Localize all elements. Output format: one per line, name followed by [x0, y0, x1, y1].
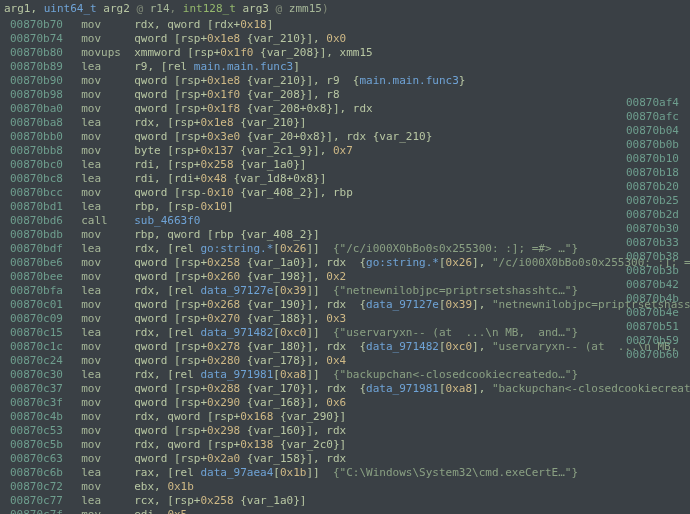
minimap-address[interactable]: 00870af4 [626, 96, 686, 110]
minimap-address[interactable]: 00870b4e [626, 306, 686, 320]
operand-dataref[interactable]: data_97aea4 [200, 466, 273, 479]
operand-text: ], [472, 382, 492, 395]
disasm-line[interactable]: 00870b80 movups xmmword [rsp+0x1f0 {var_… [6, 46, 690, 60]
operand-number: 0x1e8 [207, 74, 240, 87]
disasm-line[interactable]: 00870bb8 mov byte [rsp+0x137 {var_2c1_9}… [6, 144, 690, 158]
operand-dataref[interactable]: data_971981 [366, 382, 439, 395]
disasm-line[interactable]: 00870bc8 lea rdi, [rdi+0x48 {var_1d8+0x8… [6, 172, 690, 186]
address: 00870c1c [10, 340, 68, 354]
disasm-line[interactable]: 00870bdb mov rbp, qword [rbp {var_408_2}… [6, 228, 690, 242]
minimap-address[interactable]: 00870b30 [626, 222, 686, 236]
address: 00870b80 [10, 46, 68, 60]
disasm-line[interactable]: 00870c09 mov qword [rsp+0x270 {var_188}]… [6, 312, 690, 326]
disasm-line[interactable]: 00870b74 mov qword [rsp+0x1e8 {var_210}]… [6, 32, 690, 46]
disasm-line[interactable]: 00870bee mov qword [rsp+0x260 {var_198}]… [6, 270, 690, 284]
disasm-line[interactable]: 00870c63 mov qword [rsp+0x2a0 {var_158}]… [6, 452, 690, 466]
minimap-address[interactable]: 00870b33 [626, 236, 686, 250]
operand-subroutine[interactable]: sub_4663f0 [134, 214, 200, 227]
mnemonic: mov [81, 186, 121, 200]
operand-text: ] [227, 200, 234, 213]
sig-arg2: arg2 [103, 2, 130, 15]
operand-dataref[interactable]: data_971482 [200, 326, 273, 339]
operand-function[interactable]: main.main.func3 [194, 60, 293, 73]
minimap-address[interactable]: 00870b38 [626, 250, 686, 264]
operand-text: ]] [306, 368, 333, 381]
minimap-address[interactable]: 00870b59 [626, 334, 686, 348]
disasm-line[interactable]: 00870b89 lea r9, [rel main.main.func3] [6, 60, 690, 74]
operand-text: qword [rsp+ [134, 88, 207, 101]
disasm-line[interactable]: 00870c7f mov edi, 0x5 [6, 508, 690, 514]
disasm-line[interactable]: 00870c6b lea rax, [rel data_97aea4[0x1b]… [6, 466, 690, 480]
minimap-address[interactable]: 00870b2d [626, 208, 686, 222]
minimap-addresses[interactable]: 00870af400870afc00870b0400870b0b00870b10… [626, 96, 686, 362]
operand-function[interactable]: main.main.func3 [359, 74, 458, 87]
operand-dataref[interactable]: data_971482 [366, 340, 439, 353]
minimap-address[interactable]: 00870b51 [626, 320, 686, 334]
minimap-address[interactable]: 00870b18 [626, 166, 686, 180]
operand-number: 0x280 [207, 354, 240, 367]
disasm-line[interactable]: 00870c5b mov rdx, qword [rsp+0x138 {var_… [6, 438, 690, 452]
operand-text: rdx, [rsp+ [134, 116, 200, 129]
minimap-address[interactable]: 00870b3b [626, 264, 686, 278]
operand-dataref[interactable]: data_97127e [200, 284, 273, 297]
disasm-line[interactable]: 00870c77 lea rcx, [rsp+0x258 {var_1a0}] [6, 494, 690, 508]
minimap-address[interactable]: 00870b42 [626, 278, 686, 292]
disasm-line[interactable]: 00870c53 mov qword [rsp+0x298 {var_160}]… [6, 424, 690, 438]
mnemonic: lea [81, 200, 121, 214]
minimap-address[interactable]: 00870b10 [626, 152, 686, 166]
minimap-address[interactable]: 00870b20 [626, 180, 686, 194]
operand-dataref[interactable]: data_971981 [200, 368, 273, 381]
address: 00870c6b [10, 466, 68, 480]
operand-number: 0x3e0 [207, 130, 240, 143]
disasm-line[interactable]: 00870b98 mov qword [rsp+0x1f0 {var_208}]… [6, 88, 690, 102]
operand-text: {var_210}], [240, 32, 326, 45]
disasm-line[interactable]: 00870bb0 mov qword [rsp+0x3e0 {var_20+0x… [6, 130, 690, 144]
operand-dataref[interactable]: data_97127e [366, 298, 439, 311]
minimap-address[interactable]: 00870b25 [626, 194, 686, 208]
disasm-line[interactable]: 00870be6 mov qword [rsp+0x258 {var_1a0}]… [6, 256, 690, 270]
disasm-line[interactable]: 00870c72 mov ebx, 0x1b [6, 480, 690, 494]
disassembly-listing[interactable]: 00870b70 mov rdx, qword [rdx+0x18]00870b… [6, 18, 690, 514]
disasm-line[interactable]: 00870c15 lea rdx, [rel data_971482[0xc0]… [6, 326, 690, 340]
disasm-line[interactable]: 00870b90 mov qword [rsp+0x1e8 {var_210}]… [6, 74, 690, 88]
disasm-line[interactable]: 00870bfa lea rdx, [rel data_97127e[0x39]… [6, 284, 690, 298]
operand-number: 0x2 [326, 270, 346, 283]
disasm-line[interactable]: 00870bdf lea rdx, [rel go:string.*[0x26]… [6, 242, 690, 256]
minimap-address[interactable]: 00870b4b [626, 292, 686, 306]
operand-number: 0x278 [207, 340, 240, 353]
disasm-line[interactable]: 00870c1c mov qword [rsp+0x278 {var_180}]… [6, 340, 690, 354]
disasm-line[interactable]: 00870c37 mov qword [rsp+0x288 {var_170}]… [6, 382, 690, 396]
mnemonic: mov [81, 298, 121, 312]
disasm-line[interactable]: 00870bcc mov qword [rsp-0x10 {var_408_2}… [6, 186, 690, 200]
operand-text: {var_1a0}] [234, 158, 307, 171]
operand-text: [ [273, 242, 280, 255]
address: 00870b38 [626, 250, 679, 263]
disasm-line[interactable]: 00870c24 mov qword [rsp+0x280 {var_178}]… [6, 354, 690, 368]
disasm-line[interactable]: 00870c3f mov qword [rsp+0x290 {var_168}]… [6, 396, 690, 410]
minimap-address[interactable]: 00870b60 [626, 348, 686, 362]
address: 00870c4b [10, 410, 68, 424]
disasm-line[interactable]: 00870ba8 lea rdx, [rsp+0x1e8 {var_210}] [6, 116, 690, 130]
operand-dataref[interactable]: go:string.* [200, 242, 273, 255]
operand-number: 0x260 [207, 270, 240, 283]
disasm-line[interactable]: 00870c30 lea rdx, [rel data_971981[0xa8]… [6, 368, 690, 382]
operand-number: 0x1b [167, 480, 194, 493]
disasm-line[interactable]: 00870bd6 call sub_4663f0 [6, 214, 690, 228]
disasm-line[interactable]: 00870ba0 mov qword [rsp+0x1f8 {var_208+0… [6, 102, 690, 116]
disasm-line[interactable]: 00870bc0 lea rdi, [rsp+0x258 {var_1a0}] [6, 158, 690, 172]
mnemonic: mov [81, 18, 121, 32]
operand-number: 0x5 [167, 508, 187, 514]
operand-text: qword [rsp+ [134, 424, 207, 437]
disasm-line[interactable]: 00870bd1 lea rbp, [rsp-0x10] [6, 200, 690, 214]
address: 00870b98 [10, 88, 68, 102]
disasm-line[interactable]: 00870c4b mov rdx, qword [rsp+0x168 {var_… [6, 410, 690, 424]
disasm-line[interactable]: 00870b70 mov rdx, qword [rdx+0x18] [6, 18, 690, 32]
minimap-address[interactable]: 00870afc [626, 110, 686, 124]
minimap-address[interactable]: 00870b0b [626, 138, 686, 152]
operand-text: {var_210}], r9 { [240, 74, 359, 87]
operand-number: 0x1b [280, 466, 307, 479]
disasm-line[interactable]: 00870c01 mov qword [rsp+0x268 {var_190}]… [6, 298, 690, 312]
operand-dataref[interactable]: go:string.* [366, 256, 439, 269]
sig-type-uint64: uint64_t [44, 2, 97, 15]
minimap-address[interactable]: 00870b04 [626, 124, 686, 138]
